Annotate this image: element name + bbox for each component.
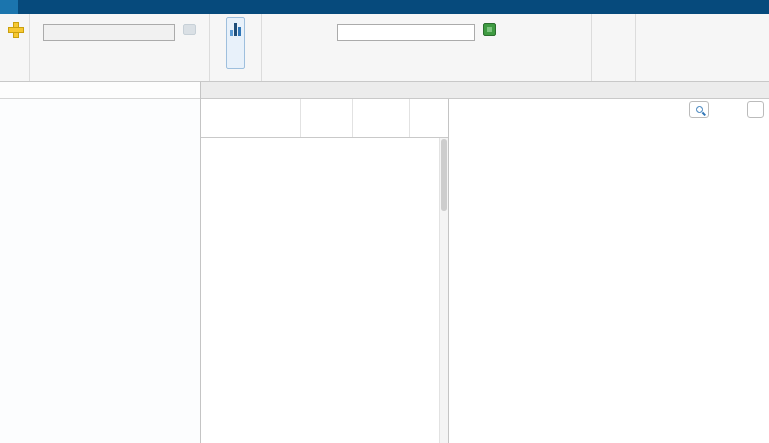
- dynamic-range-chart: [449, 99, 769, 443]
- magnifier-icon: [696, 106, 703, 113]
- toolstrip-spacer: [636, 14, 769, 81]
- section-validate: [262, 14, 592, 81]
- toolstrip: [0, 14, 769, 82]
- col-header-layer-name: [201, 99, 301, 137]
- export-button[interactable]: [610, 17, 618, 69]
- title-bar: [0, 0, 769, 14]
- col-header-min-value: [301, 99, 353, 137]
- section-label-quantize: [210, 69, 261, 81]
- plus-icon: [8, 22, 22, 36]
- calibrate-icon: [183, 24, 196, 35]
- quantize-button[interactable]: [226, 17, 245, 69]
- section-label-validate: [262, 69, 591, 81]
- legend-button[interactable]: [747, 101, 764, 118]
- statistics-table: [201, 99, 449, 443]
- validation-data-dropdown[interactable]: [337, 24, 475, 41]
- calibrate-button[interactable]: [179, 17, 200, 69]
- layer-graph-canvas[interactable]: [0, 99, 200, 443]
- section-calibrate: [30, 14, 210, 81]
- section-label-file: [0, 69, 29, 81]
- new-button[interactable]: [4, 17, 26, 69]
- col-header-quantize: [410, 99, 448, 137]
- section-label-export: [592, 69, 635, 81]
- section-label-calibrate: [30, 69, 209, 81]
- main-area: [0, 82, 769, 443]
- layer-graph-panel: [0, 82, 201, 443]
- section-export: [592, 14, 636, 81]
- section-quantize: [210, 14, 262, 81]
- hardware-chip-icon: [483, 23, 496, 36]
- scrollbar-thumb[interactable]: [441, 139, 447, 211]
- quantize-icon: [230, 22, 241, 36]
- validation-options-button[interactable]: [502, 17, 510, 69]
- col-header-max-value: [353, 99, 410, 137]
- layer-graph-header: [0, 82, 200, 99]
- section-file: [0, 14, 30, 81]
- deep-network-quantizer-app: [0, 0, 769, 443]
- table-header: [201, 99, 448, 138]
- chart-plot-area: [449, 138, 769, 443]
- app-tab[interactable]: [0, 0, 18, 14]
- hardware-settings-button[interactable]: [479, 17, 500, 69]
- table-scrollbar[interactable]: [439, 138, 448, 443]
- zoom-in-button[interactable]: [689, 101, 709, 118]
- validate-button[interactable]: [512, 17, 520, 69]
- calibration-data-dropdown[interactable]: [43, 24, 175, 41]
- document-area: [201, 82, 769, 443]
- doc-tabs: [201, 82, 769, 99]
